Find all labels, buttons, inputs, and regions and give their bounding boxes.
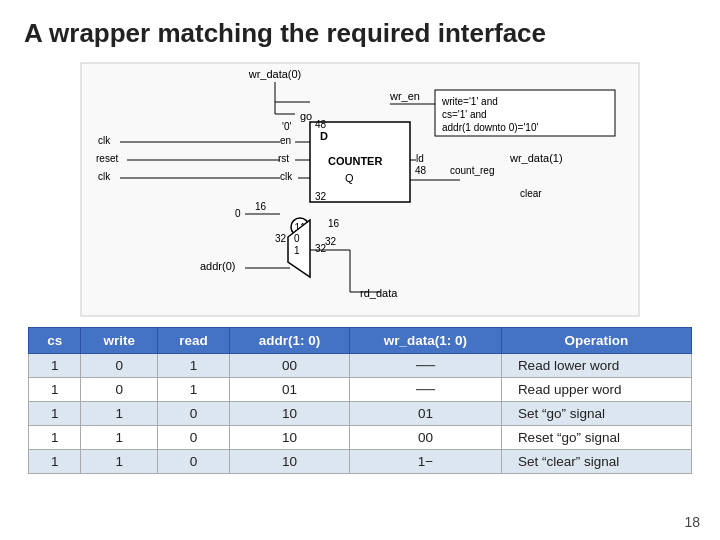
svg-text:16: 16 <box>255 201 267 212</box>
svg-text:clear: clear <box>520 188 542 199</box>
table-cell-wr_data: ── <box>350 378 502 402</box>
col-read: read <box>157 328 229 354</box>
svg-text:write='1' and: write='1' and <box>441 96 498 107</box>
table-row: 110101−Set “clear” signal <box>29 450 692 474</box>
svg-text:0: 0 <box>294 233 300 244</box>
col-wrdata: wr_data(1: 0) <box>350 328 502 354</box>
table-cell-write: 0 <box>81 354 157 378</box>
col-operation: Operation <box>501 328 691 354</box>
svg-text:16: 16 <box>328 218 340 229</box>
svg-text:32: 32 <box>325 236 337 247</box>
table-row: 10100──Read lower word <box>29 354 692 378</box>
svg-text:Q: Q <box>345 172 354 184</box>
svg-text:addr(1 downto 0)='10': addr(1 downto 0)='10' <box>442 122 538 133</box>
svg-text:wr_en: wr_en <box>389 90 420 102</box>
svg-text:wr_data(1): wr_data(1) <box>509 152 563 164</box>
svg-text:'0': '0' <box>282 121 291 132</box>
svg-text:32: 32 <box>275 233 287 244</box>
svg-text:clk: clk <box>98 171 111 182</box>
table-cell-wr_data: ── <box>350 354 502 378</box>
table-cell-cs: 1 <box>29 450 81 474</box>
svg-text:1: 1 <box>294 245 300 256</box>
svg-text:48: 48 <box>415 165 427 176</box>
col-cs: cs <box>29 328 81 354</box>
page-title: A wrapper matching the required interfac… <box>24 18 696 49</box>
table-cell-wr_data: 01 <box>350 402 502 426</box>
table-cell-operation: Read lower word <box>501 354 691 378</box>
svg-text:clk: clk <box>280 171 293 182</box>
table-cell-operation: Set “go” signal <box>501 402 691 426</box>
operations-table-container: cs write read addr(1: 0) wr_data(1: 0) O… <box>24 327 696 474</box>
table-cell-read: 0 <box>157 402 229 426</box>
table-cell-read: 0 <box>157 450 229 474</box>
table-cell-addr: 01 <box>229 378 349 402</box>
svg-text:COUNTER: COUNTER <box>328 155 382 167</box>
svg-text:rst: rst <box>278 153 289 164</box>
table-cell-addr: 10 <box>229 402 349 426</box>
svg-text:reset: reset <box>96 153 118 164</box>
table-cell-operation: Set “clear” signal <box>501 450 691 474</box>
table-row: 1101001Set “go” signal <box>29 402 692 426</box>
table-cell-read: 0 <box>157 426 229 450</box>
svg-text:go: go <box>300 110 312 122</box>
table-row: 10101──Read upper word <box>29 378 692 402</box>
table-header-row: cs write read addr(1: 0) wr_data(1: 0) O… <box>29 328 692 354</box>
table-cell-addr: 10 <box>229 450 349 474</box>
col-write: write <box>81 328 157 354</box>
svg-text:0: 0 <box>235 208 241 219</box>
svg-text:D: D <box>320 130 328 142</box>
table-cell-read: 1 <box>157 354 229 378</box>
table-cell-cs: 1 <box>29 402 81 426</box>
table-cell-write: 0 <box>81 378 157 402</box>
page: A wrapper matching the required interfac… <box>0 0 720 540</box>
svg-text:32: 32 <box>315 191 327 202</box>
table-cell-operation: Read upper word <box>501 378 691 402</box>
table-cell-cs: 1 <box>29 378 81 402</box>
table-cell-addr: 00 <box>229 354 349 378</box>
table-cell-wr_data: 1− <box>350 450 502 474</box>
svg-text:addr(0): addr(0) <box>200 260 235 272</box>
table-cell-wr_data: 00 <box>350 426 502 450</box>
table-cell-write: 1 <box>81 450 157 474</box>
svg-text:clk: clk <box>98 135 111 146</box>
page-number: 18 <box>684 514 700 530</box>
circuit-diagram: wr_data(0) write='1' and cs='1' and addr… <box>80 62 640 317</box>
operations-table: cs write read addr(1: 0) wr_data(1: 0) O… <box>28 327 692 474</box>
table-cell-operation: Reset “go” signal <box>501 426 691 450</box>
table-cell-cs: 1 <box>29 354 81 378</box>
table-cell-write: 1 <box>81 426 157 450</box>
svg-text:cs='1' and: cs='1' and <box>442 109 487 120</box>
svg-text:en: en <box>280 135 291 146</box>
table-cell-addr: 10 <box>229 426 349 450</box>
diagram-area: wr_data(0) write='1' and cs='1' and addr… <box>24 59 696 319</box>
svg-text:wr_data(0): wr_data(0) <box>248 68 302 80</box>
col-addr: addr(1: 0) <box>229 328 349 354</box>
svg-text:48: 48 <box>315 119 327 130</box>
table-cell-cs: 1 <box>29 426 81 450</box>
svg-text:ld: ld <box>416 153 424 164</box>
table-cell-read: 1 <box>157 378 229 402</box>
svg-text:rd_data: rd_data <box>360 287 398 299</box>
svg-text:count_reg: count_reg <box>450 165 494 176</box>
table-cell-write: 1 <box>81 402 157 426</box>
table-row: 1101000Reset “go” signal <box>29 426 692 450</box>
